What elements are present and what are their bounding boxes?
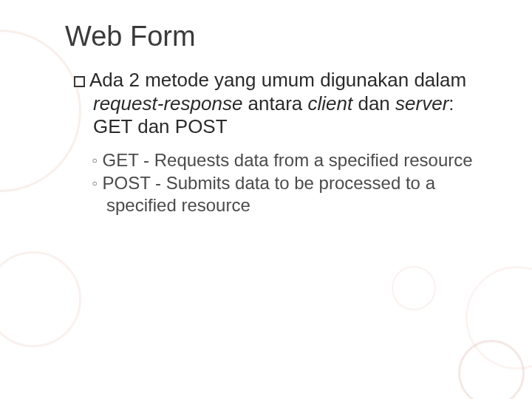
- list-item: ◦POST - Submits data to be processed to …: [92, 172, 488, 216]
- main-text-pre: Ada 2 metode yang umum digunakan dalam: [89, 69, 466, 91]
- main-text-italic: request-response: [93, 92, 242, 115]
- list-item: ◦GET - Requests data from a specified re…: [92, 149, 488, 171]
- sub-list: ◦GET - Requests data from a specified re…: [92, 149, 488, 216]
- decor-circle: [392, 266, 436, 310]
- main-text-mid: antara: [242, 92, 307, 115]
- main-point: Ada 2 metode yang umum digunakan dalam r…: [74, 69, 488, 139]
- slide-title: Web Form: [65, 21, 488, 52]
- list-item-text: GET - Requests data from a specified res…: [103, 150, 473, 170]
- main-text-italic: server: [395, 92, 449, 115]
- slide: Web Form Ada 2 metode yang umum digunaka…: [0, 0, 532, 399]
- ring-bullet-icon: ◦: [92, 150, 98, 170]
- main-text-italic: client: [308, 92, 353, 115]
- main-text-mid: dan: [352, 92, 395, 115]
- ring-bullet-icon: ◦: [92, 173, 98, 193]
- list-item-text: POST - Submits data to be processed to a…: [103, 173, 435, 214]
